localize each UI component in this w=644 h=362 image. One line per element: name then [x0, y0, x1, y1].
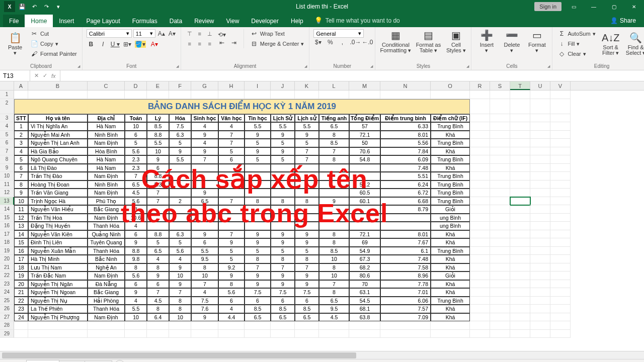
cell[interactable] — [490, 297, 510, 305]
cell[interactable] — [510, 114, 530, 123]
cell[interactable] — [530, 90, 550, 99]
cell[interactable]: 8.79 — [380, 205, 431, 214]
cell[interactable]: 68.1 — [349, 305, 380, 313]
cell[interactable]: 4 — [169, 255, 191, 263]
cell[interactable] — [147, 330, 169, 338]
cell[interactable]: 54.9 — [349, 247, 380, 255]
cell[interactable] — [14, 321, 28, 330]
cell[interactable] — [490, 90, 510, 99]
cell[interactable]: 6.5 — [271, 313, 295, 322]
cell[interactable]: Khá — [431, 288, 470, 297]
copy-button[interactable]: 📄Copy ▾ — [29, 39, 78, 48]
cell[interactable] — [490, 222, 510, 230]
cell[interactable] — [490, 189, 510, 197]
cell[interactable] — [550, 131, 571, 139]
cell[interactable]: 8 — [319, 288, 349, 297]
cell[interactable] — [88, 330, 125, 338]
cell[interactable]: 10 — [319, 255, 349, 263]
cell[interactable]: 23 — [14, 305, 28, 313]
cell[interactable] — [88, 321, 125, 330]
cell[interactable]: 9 — [271, 147, 295, 156]
col-header-T[interactable]: T — [510, 81, 530, 90]
cell[interactable]: 9 — [271, 131, 295, 139]
cell[interactable]: 7.67 — [380, 238, 431, 247]
cell[interactable]: 6.33 — [380, 122, 431, 131]
cell[interactable]: 7.48 — [380, 164, 431, 172]
cell[interactable]: Nguyễn Thị Ngân — [28, 280, 88, 289]
cell[interactable]: Khá — [431, 263, 470, 272]
cell[interactable] — [380, 222, 431, 230]
cell[interactable] — [550, 247, 571, 255]
cell[interactable] — [14, 90, 28, 99]
cell[interactable] — [510, 155, 530, 164]
cell[interactable]: 7.48 — [380, 255, 431, 263]
font-color-button[interactable]: A▾ — [149, 41, 160, 48]
cell[interactable] — [550, 313, 571, 322]
cell[interactable]: 7 — [295, 147, 319, 156]
sort-filter-button[interactable]: A↓ZSort & Filter ▾ — [600, 29, 622, 58]
cell[interactable]: 4.4 — [218, 313, 245, 322]
cell[interactable] — [218, 180, 245, 189]
cell[interactable]: 4.5 — [125, 189, 147, 197]
cell[interactable] — [510, 90, 530, 99]
cell[interactable] — [147, 205, 169, 214]
cell[interactable]: Hoàng Thị Đoan — [28, 180, 88, 189]
close-icon[interactable]: ✕ — [624, 0, 644, 13]
row-header[interactable]: 26 — [0, 305, 14, 313]
cell[interactable]: 5 — [125, 139, 147, 147]
cell[interactable]: 7 — [218, 131, 245, 139]
cell[interactable] — [271, 172, 295, 180]
cell[interactable] — [530, 172, 550, 180]
cell[interactable]: 6.06 — [380, 297, 431, 305]
row-header[interactable]: 11 — [0, 180, 14, 189]
cell[interactable]: 9 — [319, 197, 349, 206]
name-box[interactable] — [0, 70, 30, 81]
cell[interactable]: 9 — [147, 272, 169, 280]
row-header[interactable]: 18 — [0, 238, 14, 247]
cell[interactable]: 21 — [14, 288, 28, 297]
cell[interactable]: Nguyễn Mai Anh — [28, 131, 88, 139]
cell[interactable]: 18 — [14, 263, 28, 272]
cell[interactable]: 7 — [14, 172, 28, 180]
cell[interactable]: 5 — [14, 155, 28, 164]
formula-input[interactable] — [60, 70, 644, 81]
cell[interactable]: 6.5 — [191, 197, 218, 206]
cell[interactable]: 8 — [169, 297, 191, 305]
cell[interactable] — [470, 247, 490, 255]
cell[interactable]: Nguyễn Thị Phượng — [28, 313, 88, 322]
number-format-combo[interactable]: General▾ — [313, 29, 364, 38]
row-header[interactable]: 21 — [0, 263, 14, 272]
cell[interactable] — [191, 222, 218, 230]
cell[interactable]: 7.5 — [271, 288, 295, 297]
cell[interactable] — [271, 214, 295, 222]
cell[interactable]: 5 — [271, 139, 295, 147]
cell[interactable] — [550, 305, 571, 313]
cell[interactable]: 6 — [245, 297, 271, 305]
cell[interactable] — [470, 272, 490, 280]
row-header[interactable]: 20 — [0, 255, 14, 263]
col-header-V[interactable]: V — [550, 81, 571, 90]
cell[interactable] — [88, 90, 125, 99]
row-header[interactable]: 2 — [0, 99, 14, 114]
cell[interactable] — [490, 139, 510, 147]
cell[interactable]: 7 — [271, 263, 295, 272]
redo-icon[interactable]: ↷ — [41, 2, 51, 12]
cell[interactable]: 7 — [245, 263, 271, 272]
cell[interactable] — [530, 139, 550, 147]
cell[interactable] — [550, 297, 571, 305]
cell[interactable]: Thanh Hóa — [88, 305, 125, 313]
cell[interactable]: 6 — [147, 164, 169, 172]
cell[interactable]: Hà Nam — [88, 122, 125, 131]
cell[interactable]: 8.5 — [271, 305, 295, 313]
cell[interactable] — [245, 214, 271, 222]
cell[interactable]: 10 — [125, 122, 147, 131]
row-header[interactable]: 16 — [0, 222, 14, 230]
cell[interactable]: 8 — [319, 263, 349, 272]
cell[interactable]: 9 — [271, 272, 295, 280]
cell[interactable]: 8 — [245, 197, 271, 206]
insert-cells-button[interactable]: ➕Insert▾ — [475, 29, 498, 53]
cell[interactable]: 17 — [14, 255, 28, 263]
cell[interactable]: 19 — [14, 272, 28, 280]
col-header-D[interactable]: D — [125, 81, 147, 90]
format-painter-button[interactable]: 🖌Format Painter — [29, 49, 78, 58]
